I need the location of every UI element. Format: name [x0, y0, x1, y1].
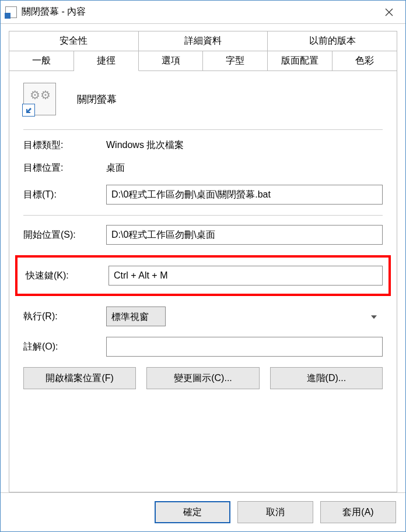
close-icon	[385, 8, 393, 16]
tab-colors[interactable]: 色彩	[332, 51, 397, 71]
shortcut-arrow-icon	[22, 104, 35, 117]
target-location-row: 目標位置: 桌面	[23, 162, 383, 174]
tabs-row-2: 一般 捷徑 選項 字型 版面配置 色彩	[9, 51, 397, 71]
shortcut-key-input[interactable]	[108, 266, 383, 286]
tab-general[interactable]: 一般	[9, 51, 74, 71]
start-in-input[interactable]	[106, 225, 383, 245]
ok-button[interactable]: 確定	[155, 501, 230, 523]
start-in-row: 開始位置(S):	[23, 225, 383, 245]
target-type-value: Windows 批次檔案	[106, 139, 383, 152]
comment-input[interactable]	[106, 337, 383, 357]
shortcut-tab-panel: ⚙⚙ 關閉螢幕 目標類型: Windows 批次檔案 目標位置: 桌面 目標(T…	[9, 71, 397, 492]
tab-shortcut[interactable]: 捷徑	[74, 51, 139, 71]
target-type-label: 目標類型:	[23, 139, 106, 152]
tab-security[interactable]: 安全性	[9, 31, 139, 51]
properties-dialog: 關閉螢幕 - 內容 安全性 詳細資料 以前的版本 一般 捷徑 選項 字型 版面配…	[0, 0, 406, 532]
titlebar: 關閉螢幕 - 內容	[1, 1, 405, 24]
comment-row: 註解(O):	[23, 337, 383, 357]
cancel-button[interactable]: 取消	[237, 501, 313, 523]
run-row: 執行(R): 標準視窗	[23, 306, 383, 326]
dialog-footer: 確定 取消 套用(A)	[1, 492, 405, 531]
target-input[interactable]	[106, 185, 383, 205]
shortcut-key-label: 快速鍵(K):	[23, 270, 108, 282]
tab-details[interactable]: 詳細資料	[139, 31, 268, 51]
shortcut-icon: ⚙⚙	[23, 83, 56, 115]
comment-label: 註解(O):	[23, 341, 106, 353]
apply-button[interactable]: 套用(A)	[320, 501, 396, 523]
tabs-row-1: 安全性 詳細資料 以前的版本	[9, 31, 397, 51]
tab-options[interactable]: 選項	[139, 51, 204, 71]
advanced-button[interactable]: 進階(D)...	[270, 367, 383, 389]
change-icon-button[interactable]: 變更圖示(C)...	[146, 367, 259, 389]
shortcut-key-row: 快速鍵(K):	[23, 266, 383, 286]
tab-font[interactable]: 字型	[203, 51, 268, 71]
shortcut-name: 關閉螢幕	[77, 93, 117, 106]
separator	[23, 215, 383, 216]
shortcut-key-highlight: 快速鍵(K):	[15, 255, 391, 296]
target-location-label: 目標位置:	[23, 162, 106, 174]
gears-icon: ⚙⚙	[30, 88, 51, 102]
content-area: 安全性 詳細資料 以前的版本 一般 捷徑 選項 字型 版面配置 色彩 ⚙⚙ 關閉…	[1, 24, 405, 492]
run-select[interactable]: 標準視窗	[106, 306, 166, 326]
tab-layout[interactable]: 版面配置	[268, 51, 332, 71]
run-label: 執行(R):	[23, 311, 106, 323]
shortcut-file-icon	[5, 6, 17, 18]
target-type-row: 目標類型: Windows 批次檔案	[23, 139, 383, 152]
shortcut-header: ⚙⚙ 關閉螢幕	[23, 83, 383, 126]
start-in-label: 開始位置(S):	[23, 229, 106, 241]
target-label: 目標(T):	[23, 189, 106, 201]
open-file-location-button[interactable]: 開啟檔案位置(F)	[23, 367, 136, 389]
separator	[23, 129, 383, 130]
run-select-wrap: 標準視窗	[106, 306, 383, 326]
target-row: 目標(T):	[23, 185, 383, 205]
window-title: 關閉螢幕 - 內容	[22, 6, 373, 18]
target-location-value: 桌面	[106, 162, 383, 174]
close-button[interactable]	[373, 1, 405, 24]
shortcut-buttons-row: 開啟檔案位置(F) 變更圖示(C)... 進階(D)...	[23, 367, 383, 389]
tab-previous-versions[interactable]: 以前的版本	[268, 31, 397, 51]
